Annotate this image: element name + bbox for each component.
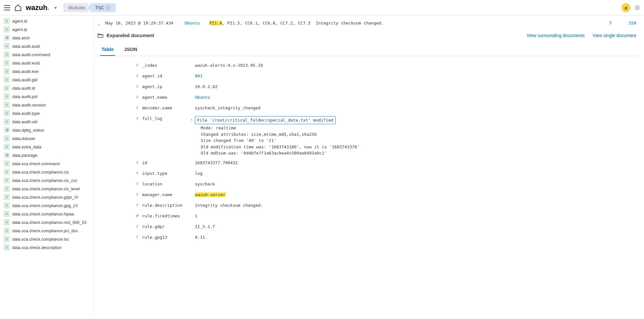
field-item[interactable]: ⦿data.package: [0, 151, 93, 159]
field-item[interactable]: ⦿data.arch: [0, 34, 93, 42]
text-type-icon: t: [4, 26, 10, 32]
home-icon[interactable]: [14, 4, 22, 12]
field-name-label: data.sca.check.compliance.cis: [12, 170, 69, 174]
text-type-icon: t: [4, 94, 10, 99]
doc-value: wazuh-server: [195, 192, 639, 197]
field-item[interactable]: tdata.audit.uid: [0, 117, 93, 126]
doc-row: tdecoder.namesyscheck_integrity_changed: [134, 103, 639, 113]
wazuh-logo[interactable]: wazuh.: [26, 4, 49, 12]
field-item[interactable]: tagent.id: [0, 17, 93, 25]
field-item[interactable]: tdata.audit.pid: [0, 92, 93, 101]
field-item[interactable]: tdata.dstuser: [0, 134, 93, 143]
field-item[interactable]: tdata.audit.command: [0, 50, 93, 59]
doc-key: rule.gdpr: [140, 224, 195, 229]
field-item[interactable]: tdata.audit.euid: [0, 59, 93, 67]
field-item[interactable]: tdata.audit.auid: [0, 42, 93, 50]
field-item[interactable]: tagent.ip: [0, 25, 93, 34]
doc-value: syscheck: [195, 182, 639, 186]
doc-row: tagent.id001: [134, 71, 639, 81]
collapse-caret-icon[interactable]: ⌄: [98, 21, 100, 26]
field-type-icon: t: [134, 116, 140, 121]
row-agent-link[interactable]: Ubuntu: [185, 21, 204, 25]
text-type-icon: t: [4, 228, 10, 234]
field-name-label: data.extra_data: [12, 145, 41, 149]
field-type-icon: t: [134, 192, 140, 197]
field-item[interactable]: tdata.sca.check.compliance.nist_800_53: [0, 218, 93, 226]
doc-value: 1683743377.700432: [195, 160, 639, 165]
doc-key: location: [140, 182, 195, 186]
field-name-label: data.sca.check.compliance.pci_dss: [12, 228, 78, 233]
tab-table[interactable]: Table: [100, 43, 115, 56]
hamburger-menu-icon[interactable]: [4, 5, 10, 10]
doc-value-link[interactable]: 001: [195, 74, 202, 78]
expand-log-icon[interactable]: ›: [190, 117, 193, 122]
field-name-label: data.audit.uid: [12, 119, 37, 124]
doc-row: tinput.typelog: [134, 168, 639, 179]
doc-table: t_indexwazuh-alerts-4.x-2023.05.10tagent…: [95, 56, 639, 250]
field-item[interactable]: tdata.audit.type: [0, 109, 93, 117]
doc-row: tmanager.namewazuh-server: [134, 189, 639, 200]
expanded-title: Expanded document: [107, 33, 154, 38]
doc-row: tagent.nameUbuntu: [134, 92, 639, 103]
doc-value: ›File '/root/critical_folder/special_dat…: [195, 116, 639, 155]
breadcrumb: Modules TSC i: [63, 3, 116, 12]
field-type-icon: t: [134, 84, 140, 89]
field-type-icon: t: [134, 160, 140, 165]
field-item[interactable]: tdata.sca.check.compliance.gdpr_IV: [0, 193, 93, 201]
field-item[interactable]: tdata.audit.id: [0, 84, 93, 92]
field-item[interactable]: tdata.extra_data: [0, 143, 93, 151]
field-item[interactable]: tdata.audit.exe: [0, 67, 93, 75]
field-name-label: data.audit.command: [12, 52, 50, 57]
field-name-label: data.package: [12, 153, 37, 158]
doc-tabs: Table JSON: [95, 41, 639, 56]
field-name-label: data.audit.euid: [12, 61, 40, 65]
newsfeed-icon[interactable]: [634, 5, 640, 11]
doc-value: log: [195, 171, 639, 176]
doc-key: manager.name: [140, 192, 195, 197]
avatar[interactable]: a: [621, 3, 630, 12]
doc-key: rule.description: [140, 203, 195, 208]
text-type-icon: t: [4, 169, 10, 175]
text-type-icon: t: [4, 219, 10, 225]
row-ruleid-link[interactable]: 550: [617, 21, 636, 25]
text-type-icon: t: [4, 144, 10, 150]
field-item[interactable]: tdata.audit.gid: [0, 75, 93, 84]
field-item[interactable]: tdata.sca.check.compliance.pci_dss: [0, 226, 93, 235]
tab-json[interactable]: JSON: [123, 43, 139, 56]
row-tsc-rest: , PI1.5, CC6.1, CC6.8, CC7.2, CC7.3: [222, 21, 311, 25]
view-surrounding-link[interactable]: View surrounding documents: [527, 33, 585, 38]
field-item[interactable]: tdata.sca.check.compliance.hipaa: [0, 210, 93, 218]
field-name-label: data.sca.check.compliance.cis_level: [12, 186, 80, 191]
field-name-label: data.sca.check.compliance.gpg_13: [12, 203, 78, 208]
field-item[interactable]: ⦿data.dpkg_status: [0, 126, 93, 134]
field-name-label: data.sca.check.compliance.gdpr_IV: [12, 195, 78, 200]
field-name-label: agent.ip: [12, 27, 27, 32]
field-type-icon: t: [134, 95, 140, 99]
doc-value: Integrity checksum changed.: [195, 203, 639, 208]
doc-key: rule.firedtimes: [140, 214, 195, 218]
text-type-icon: t: [4, 244, 10, 250]
field-item[interactable]: tdata.sca.check.compliance.cis_level: [0, 184, 93, 193]
info-icon[interactable]: i: [106, 5, 111, 10]
doc-key: id: [140, 160, 195, 165]
doc-row: tid1683743377.700432: [134, 157, 639, 168]
doc-value: 1: [195, 214, 639, 218]
field-name-label: data.audit.id: [12, 86, 35, 91]
field-name-label: data.audit.auid: [12, 44, 40, 49]
text-type-icon: t: [4, 236, 10, 242]
view-single-link[interactable]: View single document: [592, 33, 636, 38]
text-type-icon: t: [4, 52, 10, 57]
doc-value-link[interactable]: Ubuntu: [195, 95, 210, 100]
field-item[interactable]: tdata.sca.check.compliance.cis: [0, 168, 93, 176]
field-item[interactable]: tdata.sca.check.compliance.cis_csc: [0, 176, 93, 184]
field-name-label: data.audit.exe: [12, 69, 39, 74]
field-item[interactable]: tdata.sca.check.compliance.gpg_13: [0, 201, 93, 210]
field-item[interactable]: tdata.audit.session: [0, 101, 93, 109]
doc-key: input.type: [140, 171, 195, 176]
field-item[interactable]: tdata.sca.check.command: [0, 159, 93, 168]
field-item[interactable]: tdata.sca.check.compliance.tsc: [0, 235, 93, 243]
chevron-down-icon[interactable]: ▾: [54, 5, 57, 10]
field-item[interactable]: tdata.sca.check.description: [0, 243, 93, 252]
breadcrumb-tsc[interactable]: TSC i: [88, 3, 116, 12]
breadcrumb-modules[interactable]: Modules: [63, 3, 91, 12]
